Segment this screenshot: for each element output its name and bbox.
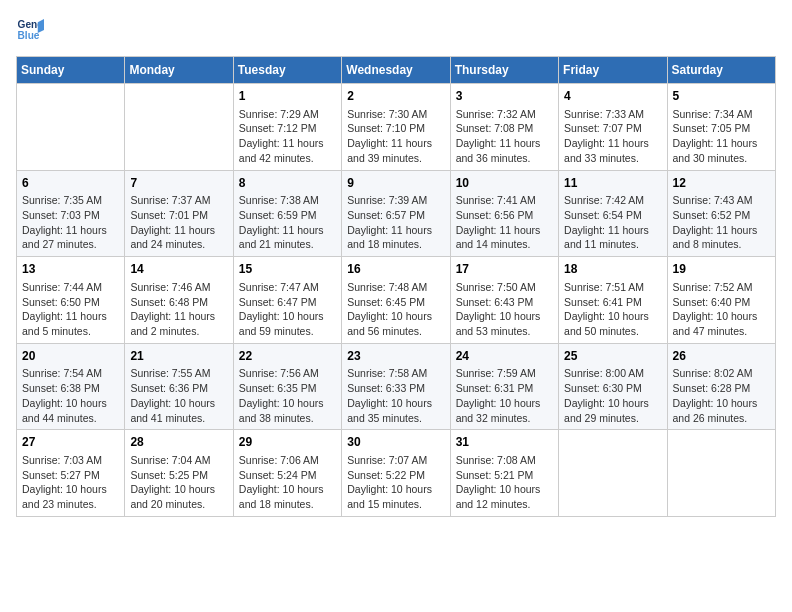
day-info: Sunrise: 7:32 AMSunset: 7:08 PMDaylight:… <box>456 107 553 166</box>
day-number: 13 <box>22 261 119 278</box>
day-info: Sunrise: 7:56 AMSunset: 6:35 PMDaylight:… <box>239 366 336 425</box>
calendar-cell: 28Sunrise: 7:04 AMSunset: 5:25 PMDayligh… <box>125 430 233 517</box>
day-info: Sunrise: 7:50 AMSunset: 6:43 PMDaylight:… <box>456 280 553 339</box>
calendar-cell: 23Sunrise: 7:58 AMSunset: 6:33 PMDayligh… <box>342 343 450 430</box>
calendar-table: SundayMondayTuesdayWednesdayThursdayFrid… <box>16 56 776 517</box>
day-number: 31 <box>456 434 553 451</box>
day-info: Sunrise: 7:35 AMSunset: 7:03 PMDaylight:… <box>22 193 119 252</box>
day-info: Sunrise: 7:04 AMSunset: 5:25 PMDaylight:… <box>130 453 227 512</box>
day-number: 20 <box>22 348 119 365</box>
day-number: 15 <box>239 261 336 278</box>
calendar-cell <box>17 84 125 171</box>
calendar-cell: 20Sunrise: 7:54 AMSunset: 6:38 PMDayligh… <box>17 343 125 430</box>
day-number: 6 <box>22 175 119 192</box>
calendar-cell <box>559 430 667 517</box>
day-info: Sunrise: 7:42 AMSunset: 6:54 PMDaylight:… <box>564 193 661 252</box>
day-info: Sunrise: 7:30 AMSunset: 7:10 PMDaylight:… <box>347 107 444 166</box>
day-info: Sunrise: 7:03 AMSunset: 5:27 PMDaylight:… <box>22 453 119 512</box>
day-number: 11 <box>564 175 661 192</box>
weekday-header-thursday: Thursday <box>450 57 558 84</box>
logo-icon: General Blue <box>16 16 44 44</box>
calendar-cell: 9Sunrise: 7:39 AMSunset: 6:57 PMDaylight… <box>342 170 450 257</box>
calendar-cell: 14Sunrise: 7:46 AMSunset: 6:48 PMDayligh… <box>125 257 233 344</box>
calendar-cell: 21Sunrise: 7:55 AMSunset: 6:36 PMDayligh… <box>125 343 233 430</box>
day-info: Sunrise: 7:59 AMSunset: 6:31 PMDaylight:… <box>456 366 553 425</box>
day-number: 28 <box>130 434 227 451</box>
calendar-cell: 17Sunrise: 7:50 AMSunset: 6:43 PMDayligh… <box>450 257 558 344</box>
day-number: 24 <box>456 348 553 365</box>
calendar-week-3: 13Sunrise: 7:44 AMSunset: 6:50 PMDayligh… <box>17 257 776 344</box>
day-number: 2 <box>347 88 444 105</box>
svg-text:Blue: Blue <box>18 30 40 41</box>
day-number: 19 <box>673 261 770 278</box>
day-number: 21 <box>130 348 227 365</box>
weekday-header-monday: Monday <box>125 57 233 84</box>
calendar-cell: 1Sunrise: 7:29 AMSunset: 7:12 PMDaylight… <box>233 84 341 171</box>
day-info: Sunrise: 7:33 AMSunset: 7:07 PMDaylight:… <box>564 107 661 166</box>
calendar-cell: 6Sunrise: 7:35 AMSunset: 7:03 PMDaylight… <box>17 170 125 257</box>
day-info: Sunrise: 8:00 AMSunset: 6:30 PMDaylight:… <box>564 366 661 425</box>
calendar-cell: 19Sunrise: 7:52 AMSunset: 6:40 PMDayligh… <box>667 257 775 344</box>
day-info: Sunrise: 7:43 AMSunset: 6:52 PMDaylight:… <box>673 193 770 252</box>
day-number: 16 <box>347 261 444 278</box>
weekday-header-wednesday: Wednesday <box>342 57 450 84</box>
calendar-week-1: 1Sunrise: 7:29 AMSunset: 7:12 PMDaylight… <box>17 84 776 171</box>
day-info: Sunrise: 7:44 AMSunset: 6:50 PMDaylight:… <box>22 280 119 339</box>
day-number: 1 <box>239 88 336 105</box>
day-number: 25 <box>564 348 661 365</box>
calendar-cell <box>125 84 233 171</box>
calendar-cell: 30Sunrise: 7:07 AMSunset: 5:22 PMDayligh… <box>342 430 450 517</box>
day-info: Sunrise: 8:02 AMSunset: 6:28 PMDaylight:… <box>673 366 770 425</box>
calendar-cell: 25Sunrise: 8:00 AMSunset: 6:30 PMDayligh… <box>559 343 667 430</box>
calendar-cell <box>667 430 775 517</box>
day-info: Sunrise: 7:51 AMSunset: 6:41 PMDaylight:… <box>564 280 661 339</box>
day-info: Sunrise: 7:08 AMSunset: 5:21 PMDaylight:… <box>456 453 553 512</box>
day-info: Sunrise: 7:38 AMSunset: 6:59 PMDaylight:… <box>239 193 336 252</box>
day-number: 18 <box>564 261 661 278</box>
day-number: 29 <box>239 434 336 451</box>
day-number: 10 <box>456 175 553 192</box>
calendar-cell: 11Sunrise: 7:42 AMSunset: 6:54 PMDayligh… <box>559 170 667 257</box>
day-info: Sunrise: 7:58 AMSunset: 6:33 PMDaylight:… <box>347 366 444 425</box>
day-number: 23 <box>347 348 444 365</box>
day-number: 8 <box>239 175 336 192</box>
day-number: 14 <box>130 261 227 278</box>
calendar-cell: 5Sunrise: 7:34 AMSunset: 7:05 PMDaylight… <box>667 84 775 171</box>
day-info: Sunrise: 7:47 AMSunset: 6:47 PMDaylight:… <box>239 280 336 339</box>
day-info: Sunrise: 7:29 AMSunset: 7:12 PMDaylight:… <box>239 107 336 166</box>
calendar-cell: 29Sunrise: 7:06 AMSunset: 5:24 PMDayligh… <box>233 430 341 517</box>
weekday-header-tuesday: Tuesday <box>233 57 341 84</box>
calendar-cell: 15Sunrise: 7:47 AMSunset: 6:47 PMDayligh… <box>233 257 341 344</box>
day-number: 17 <box>456 261 553 278</box>
calendar-cell: 22Sunrise: 7:56 AMSunset: 6:35 PMDayligh… <box>233 343 341 430</box>
calendar-cell: 24Sunrise: 7:59 AMSunset: 6:31 PMDayligh… <box>450 343 558 430</box>
calendar-cell: 4Sunrise: 7:33 AMSunset: 7:07 PMDaylight… <box>559 84 667 171</box>
calendar-cell: 3Sunrise: 7:32 AMSunset: 7:08 PMDaylight… <box>450 84 558 171</box>
calendar-cell: 12Sunrise: 7:43 AMSunset: 6:52 PMDayligh… <box>667 170 775 257</box>
calendar-week-4: 20Sunrise: 7:54 AMSunset: 6:38 PMDayligh… <box>17 343 776 430</box>
day-info: Sunrise: 7:54 AMSunset: 6:38 PMDaylight:… <box>22 366 119 425</box>
day-info: Sunrise: 7:55 AMSunset: 6:36 PMDaylight:… <box>130 366 227 425</box>
day-number: 4 <box>564 88 661 105</box>
calendar-cell: 8Sunrise: 7:38 AMSunset: 6:59 PMDaylight… <box>233 170 341 257</box>
day-info: Sunrise: 7:37 AMSunset: 7:01 PMDaylight:… <box>130 193 227 252</box>
calendar-cell: 27Sunrise: 7:03 AMSunset: 5:27 PMDayligh… <box>17 430 125 517</box>
day-number: 26 <box>673 348 770 365</box>
day-info: Sunrise: 7:06 AMSunset: 5:24 PMDaylight:… <box>239 453 336 512</box>
day-number: 3 <box>456 88 553 105</box>
weekday-header-friday: Friday <box>559 57 667 84</box>
day-info: Sunrise: 7:46 AMSunset: 6:48 PMDaylight:… <box>130 280 227 339</box>
logo: General Blue <box>16 16 44 44</box>
calendar-cell: 18Sunrise: 7:51 AMSunset: 6:41 PMDayligh… <box>559 257 667 344</box>
day-number: 27 <box>22 434 119 451</box>
day-info: Sunrise: 7:39 AMSunset: 6:57 PMDaylight:… <box>347 193 444 252</box>
calendar-cell: 31Sunrise: 7:08 AMSunset: 5:21 PMDayligh… <box>450 430 558 517</box>
calendar-cell: 2Sunrise: 7:30 AMSunset: 7:10 PMDaylight… <box>342 84 450 171</box>
calendar-week-2: 6Sunrise: 7:35 AMSunset: 7:03 PMDaylight… <box>17 170 776 257</box>
calendar-cell: 7Sunrise: 7:37 AMSunset: 7:01 PMDaylight… <box>125 170 233 257</box>
calendar-week-5: 27Sunrise: 7:03 AMSunset: 5:27 PMDayligh… <box>17 430 776 517</box>
day-info: Sunrise: 7:41 AMSunset: 6:56 PMDaylight:… <box>456 193 553 252</box>
calendar-cell: 26Sunrise: 8:02 AMSunset: 6:28 PMDayligh… <box>667 343 775 430</box>
weekday-header-saturday: Saturday <box>667 57 775 84</box>
calendar-cell: 16Sunrise: 7:48 AMSunset: 6:45 PMDayligh… <box>342 257 450 344</box>
